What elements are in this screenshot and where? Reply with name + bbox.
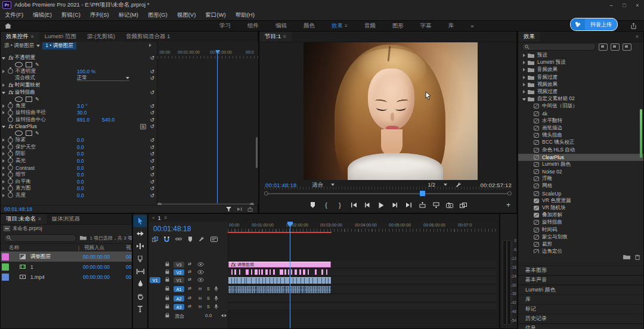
track-toggle-A3[interactable]: A3 — [174, 304, 184, 310]
nest-icon[interactable] — [152, 237, 158, 242]
tab-effects[interactable]: 效果 — [518, 32, 540, 42]
param-value[interactable]: 30.0 — [77, 110, 87, 116]
param-value[interactable]: 691.0 — [77, 117, 89, 123]
column-video-in[interactable]: 视频入点 — [84, 244, 104, 252]
effect-item-18[interactable]: 蒙尘与划痕 — [518, 234, 643, 241]
track-header-A1[interactable]: A1⇄HS — [148, 285, 228, 294]
workspace-tab-0[interactable]: 学习 — [211, 22, 239, 30]
clip-fragment[interactable] — [231, 269, 233, 275]
clip-fragment[interactable] — [255, 269, 258, 275]
collapse-icon[interactable] — [1, 55, 7, 61]
panel-menu-icon[interactable]: ≡ — [38, 216, 41, 222]
mix-value[interactable]: 0.0 — [205, 313, 212, 318]
project-breadcrumb[interactable]: 未命名.prproj — [1, 225, 42, 232]
param-value-2[interactable]: 540.0 — [102, 117, 114, 123]
play-around-icon[interactable] — [237, 207, 242, 212]
mic-icon[interactable] — [214, 296, 218, 301]
clip-fragment[interactable] — [295, 269, 297, 275]
column-cut[interactable]: 视 — [126, 244, 131, 252]
effect-item-7[interactable]: ClearPlus — [518, 154, 643, 161]
share-icon[interactable] — [630, 23, 637, 29]
workspace-tab-5[interactable]: 音频 — [356, 22, 384, 30]
workspace-tab-6[interactable]: 图形 — [384, 22, 412, 30]
effects-folder-4[interactable]: 视频效果 — [518, 81, 643, 88]
mute-toggle[interactable]: H — [199, 305, 202, 309]
stopwatch-icon[interactable] — [8, 193, 13, 198]
32bit-effects-badge-icon[interactable] — [611, 44, 620, 51]
tab-source-monitor[interactable]: 源:(无剪辑) — [82, 32, 120, 42]
stopwatch-icon[interactable] — [8, 138, 13, 143]
add-marker-button[interactable] — [308, 200, 317, 210]
new-bin-icon[interactable] — [623, 254, 630, 260]
effect-row-shapes[interactable]: ✎ — [1, 130, 157, 137]
clip-fragment[interactable] — [326, 269, 327, 275]
reset-icon[interactable]: ↺ — [150, 137, 154, 143]
comparison-view-button[interactable] — [459, 200, 467, 210]
effect-row-高光[interactable]: 高光0.0↺ — [1, 157, 157, 164]
workspace-tab-7[interactable]: 字幕 — [412, 22, 440, 30]
project-row-0[interactable]: 调整图层00:00:00:0000 — [1, 252, 132, 262]
close-button[interactable]: × — [631, 0, 644, 10]
ellipse-mask-icon[interactable] — [15, 62, 23, 67]
stopwatch-icon[interactable] — [8, 103, 13, 108]
expand-icon[interactable] — [522, 82, 527, 88]
stopwatch-icon[interactable] — [8, 165, 13, 170]
effect-row-shapes[interactable]: ✎ — [1, 61, 157, 69]
expand-icon[interactable] — [1, 179, 7, 185]
source-patch-V1[interactable]: V1 — [150, 277, 160, 283]
effect-playhead[interactable] — [217, 50, 218, 203]
effect-row-旋转扭曲半径[interactable]: 旋转扭曲半径30.0↺ — [1, 109, 157, 116]
expand-icon[interactable] — [1, 69, 7, 75]
effect-row-保护天空[interactable]: 保护天空0.0↺ — [1, 144, 157, 151]
minimize-button[interactable]: – — [605, 0, 618, 10]
captions-icon[interactable] — [210, 237, 218, 242]
collapse-icon[interactable] — [522, 96, 527, 102]
effect-row-旋转扭曲中心[interactable]: 旋转扭曲中心691.0540.0↺ — [1, 116, 157, 123]
effect-item-20[interactable]: 边角定位 — [518, 248, 643, 253]
ellipse-mask-icon[interactable] — [15, 131, 23, 136]
clip-fragment[interactable] — [303, 269, 305, 275]
effect-row-除雾[interactable]: 除雾0.0↺ — [1, 137, 157, 144]
effect-row-Contrast[interactable]: Contrast0.0↺ — [1, 164, 157, 172]
chevron-down-icon[interactable] — [36, 45, 40, 47]
effect-row-ClearPlus[interactable]: fxClearPlus⊞↺ — [1, 123, 157, 130]
stopwatch-icon[interactable] — [8, 186, 13, 191]
collapse-icon[interactable] — [1, 123, 7, 129]
param-value[interactable]: 0.0 — [77, 165, 84, 171]
track-header-V3[interactable]: V3⇄ — [148, 261, 228, 268]
reset-icon[interactable]: ↺ — [150, 89, 154, 95]
effects-folder-1[interactable]: Lumetri 预设 — [518, 59, 643, 66]
project-row-2[interactable]: 1.mp400:00:00:0000 — [1, 272, 132, 282]
clip-fragment[interactable] — [308, 269, 309, 275]
expand-icon[interactable] — [1, 82, 7, 88]
effect-row-白平衡[interactable]: 白平衡0.0↺ — [1, 178, 157, 185]
custom-setup-icon[interactable]: ⊞ — [140, 124, 146, 129]
stacked-tab-2[interactable]: Lumetri 颜色 — [518, 285, 643, 294]
step-forward-button[interactable] — [391, 200, 399, 210]
hand-tool[interactable] — [134, 290, 147, 302]
clip-fragment[interactable] — [251, 269, 252, 275]
lift-button[interactable] — [418, 200, 426, 210]
solo-toggle[interactable]: S — [207, 287, 210, 291]
effect-item-6[interactable]: 杂色 HLS 自动 — [518, 146, 643, 153]
mute-toggle[interactable]: H — [199, 287, 202, 291]
menu-item-2[interactable]: 剪辑(C) — [57, 10, 85, 20]
effect-row-直方图[interactable]: 直方图0.0↺ — [1, 185, 157, 192]
collapse-icon[interactable] — [1, 89, 7, 95]
play-button[interactable] — [377, 200, 385, 210]
timeline-playhead[interactable] — [290, 222, 290, 328]
panel-menu-icon[interactable]: ≡ — [164, 215, 167, 221]
effect-row-不透明度[interactable]: 不透明度100.0 %↺ — [1, 68, 157, 75]
rect-mask-icon[interactable] — [26, 97, 32, 102]
pen-mask-icon[interactable]: ✎ — [35, 62, 39, 67]
expand-icon[interactable] — [1, 137, 7, 143]
expand-icon[interactable] — [522, 89, 527, 95]
maximize-button[interactable]: □ — [618, 0, 631, 10]
clip-fragment[interactable] — [246, 269, 249, 275]
ripple-edit-tool[interactable] — [134, 240, 147, 252]
param-value[interactable]: 100.0 % — [77, 69, 95, 75]
menu-item-5[interactable]: 图形(G) — [143, 10, 172, 20]
effect-item-5[interactable]: BCC 镜头校正 — [518, 139, 643, 146]
blend-mode-dropdown[interactable]: 正常 — [77, 75, 129, 81]
pen-mask-icon[interactable]: ✎ — [35, 97, 39, 102]
